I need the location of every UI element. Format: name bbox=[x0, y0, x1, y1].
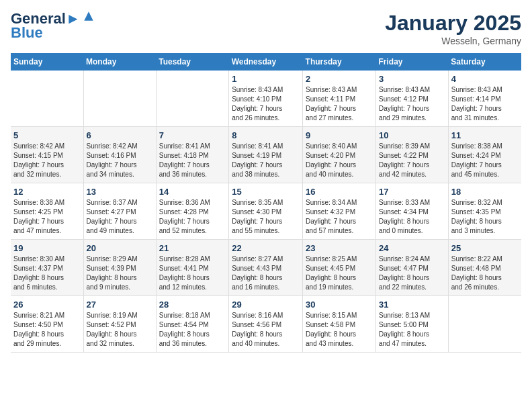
day-info: Sunrise: 8:18 AM Sunset: 4:54 PM Dayligh… bbox=[159, 311, 226, 349]
logo-icon bbox=[82, 9, 95, 23]
calendar-cell: 24Sunrise: 8:24 AM Sunset: 4:47 PM Dayli… bbox=[375, 240, 448, 296]
calendar-cell: 9Sunrise: 8:40 AM Sunset: 4:20 PM Daylig… bbox=[303, 127, 376, 183]
day-number: 30 bbox=[306, 300, 373, 310]
day-number: 25 bbox=[451, 243, 519, 253]
day-info: Sunrise: 8:32 AM Sunset: 4:35 PM Dayligh… bbox=[451, 198, 519, 236]
day-number: 27 bbox=[87, 300, 153, 310]
day-info: Sunrise: 8:16 AM Sunset: 4:56 PM Dayligh… bbox=[232, 311, 300, 349]
calendar-cell: 17Sunrise: 8:33 AM Sunset: 4:34 PM Dayli… bbox=[375, 183, 448, 240]
day-number: 15 bbox=[232, 187, 300, 197]
calendar-cell: 6Sunrise: 8:42 AM Sunset: 4:16 PM Daylig… bbox=[83, 127, 156, 183]
calendar-cell: 16Sunrise: 8:34 AM Sunset: 4:32 PM Dayli… bbox=[303, 183, 376, 240]
day-info: Sunrise: 8:22 AM Sunset: 4:48 PM Dayligh… bbox=[451, 255, 519, 292]
weekday-header-wednesday: Wednesday bbox=[229, 53, 303, 71]
calendar-cell: 15Sunrise: 8:35 AM Sunset: 4:30 PM Dayli… bbox=[229, 183, 303, 240]
day-number: 3 bbox=[379, 74, 445, 84]
calendar-cell: 1Sunrise: 8:43 AM Sunset: 4:10 PM Daylig… bbox=[229, 71, 303, 127]
day-info: Sunrise: 8:19 AM Sunset: 4:52 PM Dayligh… bbox=[87, 311, 153, 349]
day-info: Sunrise: 8:43 AM Sunset: 4:14 PM Dayligh… bbox=[451, 85, 519, 123]
day-number: 5 bbox=[13, 130, 81, 140]
calendar-cell bbox=[156, 71, 228, 127]
calendar-cell: 10Sunrise: 8:39 AM Sunset: 4:22 PM Dayli… bbox=[375, 127, 448, 183]
month-title: January 2025 bbox=[385, 11, 521, 36]
weekday-header-thursday: Thursday bbox=[303, 53, 376, 71]
page-header: General► Blue January 2025 Wesseln, Germ… bbox=[11, 11, 521, 46]
day-info: Sunrise: 8:37 AM Sunset: 4:27 PM Dayligh… bbox=[87, 198, 153, 236]
svg-marker-0 bbox=[84, 11, 93, 20]
calendar-cell: 25Sunrise: 8:22 AM Sunset: 4:48 PM Dayli… bbox=[448, 240, 521, 296]
day-number: 31 bbox=[379, 300, 445, 310]
location: Wesseln, Germany bbox=[385, 36, 521, 46]
week-row-1: 1Sunrise: 8:43 AM Sunset: 4:10 PM Daylig… bbox=[11, 71, 521, 127]
calendar-cell: 21Sunrise: 8:28 AM Sunset: 4:41 PM Dayli… bbox=[156, 240, 228, 296]
day-number: 11 bbox=[451, 130, 519, 140]
day-number: 2 bbox=[306, 74, 373, 84]
day-info: Sunrise: 8:25 AM Sunset: 4:45 PM Dayligh… bbox=[306, 255, 373, 292]
day-info: Sunrise: 8:42 AM Sunset: 4:15 PM Dayligh… bbox=[13, 142, 81, 179]
day-number: 7 bbox=[159, 130, 226, 140]
week-row-5: 26Sunrise: 8:21 AM Sunset: 4:50 PM Dayli… bbox=[11, 296, 521, 353]
day-info: Sunrise: 8:41 AM Sunset: 4:19 PM Dayligh… bbox=[232, 142, 300, 179]
week-row-4: 19Sunrise: 8:30 AM Sunset: 4:37 PM Dayli… bbox=[11, 240, 521, 296]
calendar-cell bbox=[448, 296, 521, 353]
day-info: Sunrise: 8:42 AM Sunset: 4:16 PM Dayligh… bbox=[87, 142, 153, 179]
day-number: 23 bbox=[306, 243, 373, 253]
weekday-header-monday: Monday bbox=[83, 53, 156, 71]
day-info: Sunrise: 8:41 AM Sunset: 4:18 PM Dayligh… bbox=[159, 142, 226, 179]
day-info: Sunrise: 8:24 AM Sunset: 4:47 PM Dayligh… bbox=[379, 255, 445, 292]
calendar-cell: 8Sunrise: 8:41 AM Sunset: 4:19 PM Daylig… bbox=[229, 127, 303, 183]
day-number: 17 bbox=[379, 187, 445, 197]
calendar-cell: 7Sunrise: 8:41 AM Sunset: 4:18 PM Daylig… bbox=[156, 127, 228, 183]
week-row-3: 12Sunrise: 8:38 AM Sunset: 4:25 PM Dayli… bbox=[11, 183, 521, 240]
day-number: 20 bbox=[87, 243, 153, 253]
day-number: 19 bbox=[13, 243, 81, 253]
day-info: Sunrise: 8:38 AM Sunset: 4:24 PM Dayligh… bbox=[451, 142, 519, 179]
weekday-header-saturday: Saturday bbox=[448, 53, 521, 71]
calendar-cell: 30Sunrise: 8:15 AM Sunset: 4:58 PM Dayli… bbox=[303, 296, 376, 353]
day-info: Sunrise: 8:36 AM Sunset: 4:28 PM Dayligh… bbox=[159, 198, 226, 236]
calendar-cell: 2Sunrise: 8:43 AM Sunset: 4:11 PM Daylig… bbox=[303, 71, 376, 127]
calendar-cell: 4Sunrise: 8:43 AM Sunset: 4:14 PM Daylig… bbox=[448, 71, 521, 127]
calendar-cell: 20Sunrise: 8:29 AM Sunset: 4:39 PM Dayli… bbox=[83, 240, 156, 296]
weekday-header-friday: Friday bbox=[375, 53, 448, 71]
day-number: 14 bbox=[159, 187, 226, 197]
day-info: Sunrise: 8:34 AM Sunset: 4:32 PM Dayligh… bbox=[306, 198, 373, 236]
weekday-header-sunday: Sunday bbox=[11, 53, 83, 71]
day-info: Sunrise: 8:39 AM Sunset: 4:22 PM Dayligh… bbox=[379, 142, 445, 179]
day-info: Sunrise: 8:29 AM Sunset: 4:39 PM Dayligh… bbox=[87, 255, 153, 292]
calendar-cell: 29Sunrise: 8:16 AM Sunset: 4:56 PM Dayli… bbox=[229, 296, 303, 353]
day-number: 22 bbox=[232, 243, 300, 253]
calendar-cell: 13Sunrise: 8:37 AM Sunset: 4:27 PM Dayli… bbox=[83, 183, 156, 240]
calendar-cell: 22Sunrise: 8:27 AM Sunset: 4:43 PM Dayli… bbox=[229, 240, 303, 296]
day-number: 24 bbox=[379, 243, 445, 253]
calendar-cell: 14Sunrise: 8:36 AM Sunset: 4:28 PM Dayli… bbox=[156, 183, 228, 240]
day-number: 21 bbox=[159, 243, 226, 253]
day-info: Sunrise: 8:15 AM Sunset: 4:58 PM Dayligh… bbox=[306, 311, 373, 349]
day-number: 29 bbox=[232, 300, 300, 310]
day-number: 12 bbox=[13, 187, 81, 197]
calendar-cell: 5Sunrise: 8:42 AM Sunset: 4:15 PM Daylig… bbox=[11, 127, 83, 183]
calendar-cell bbox=[11, 71, 83, 127]
day-info: Sunrise: 8:21 AM Sunset: 4:50 PM Dayligh… bbox=[13, 311, 81, 349]
calendar-cell bbox=[83, 71, 156, 127]
day-number: 9 bbox=[306, 130, 373, 140]
day-info: Sunrise: 8:27 AM Sunset: 4:43 PM Dayligh… bbox=[232, 255, 300, 292]
calendar-cell: 26Sunrise: 8:21 AM Sunset: 4:50 PM Dayli… bbox=[11, 296, 83, 353]
day-info: Sunrise: 8:13 AM Sunset: 5:00 PM Dayligh… bbox=[379, 311, 445, 349]
calendar-cell: 12Sunrise: 8:38 AM Sunset: 4:25 PM Dayli… bbox=[11, 183, 83, 240]
day-number: 18 bbox=[451, 187, 519, 197]
day-number: 16 bbox=[306, 187, 373, 197]
day-number: 8 bbox=[232, 130, 300, 140]
day-info: Sunrise: 8:43 AM Sunset: 4:10 PM Dayligh… bbox=[232, 85, 300, 123]
day-info: Sunrise: 8:43 AM Sunset: 4:11 PM Dayligh… bbox=[306, 85, 373, 123]
calendar-cell: 31Sunrise: 8:13 AM Sunset: 5:00 PM Dayli… bbox=[375, 296, 448, 353]
calendar-cell: 18Sunrise: 8:32 AM Sunset: 4:35 PM Dayli… bbox=[448, 183, 521, 240]
day-number: 6 bbox=[87, 130, 153, 140]
calendar-cell: 3Sunrise: 8:43 AM Sunset: 4:12 PM Daylig… bbox=[375, 71, 448, 127]
calendar-cell: 28Sunrise: 8:18 AM Sunset: 4:54 PM Dayli… bbox=[156, 296, 228, 353]
calendar-cell: 19Sunrise: 8:30 AM Sunset: 4:37 PM Dayli… bbox=[11, 240, 83, 296]
day-number: 26 bbox=[13, 300, 81, 310]
day-number: 4 bbox=[451, 74, 519, 84]
day-info: Sunrise: 8:43 AM Sunset: 4:12 PM Dayligh… bbox=[379, 85, 445, 123]
calendar-cell: 23Sunrise: 8:25 AM Sunset: 4:45 PM Dayli… bbox=[303, 240, 376, 296]
